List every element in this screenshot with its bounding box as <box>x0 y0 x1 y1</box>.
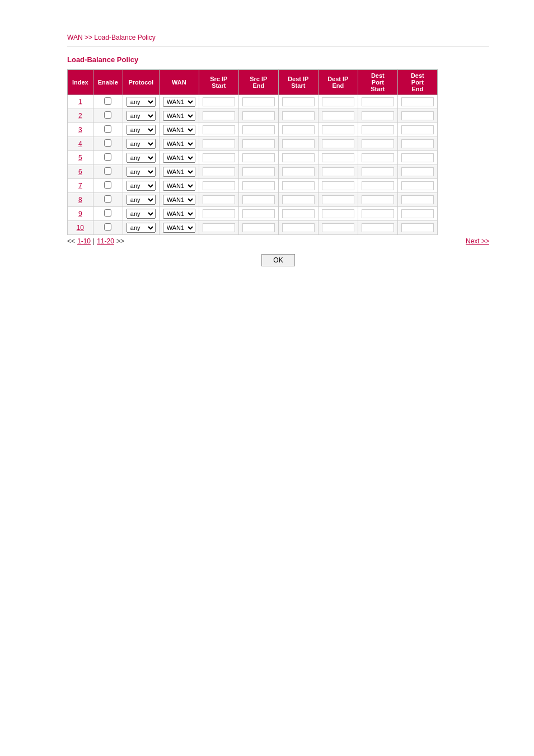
row-10-src-ip-end-input[interactable] <box>242 223 275 232</box>
row-6-wan-select[interactable]: WAN1WAN2 <box>163 167 195 177</box>
row-9-wan-select[interactable]: WAN1WAN2 <box>163 209 195 219</box>
row-9-enable-checkbox[interactable] <box>104 209 111 217</box>
row-9-src-ip-end-input[interactable] <box>242 209 275 218</box>
row-2-dest-ip-start-input[interactable] <box>282 111 315 120</box>
pagination-next-link[interactable]: Next >> <box>466 237 489 245</box>
row-1-src-ip-start-input[interactable] <box>203 97 235 106</box>
row-8-protocol-select[interactable]: anytcpudpicmp <box>127 195 156 205</box>
row-2-dest-port-end-input[interactable] <box>401 111 434 120</box>
row-1-enable-checkbox[interactable] <box>104 97 111 105</box>
row-9-dest-port-end-input[interactable] <box>401 209 434 218</box>
row-3-dest-port-start-input[interactable] <box>362 125 394 134</box>
row-4-dest-ip-start-input[interactable] <box>282 139 315 148</box>
row-3-src-ip-start-input[interactable] <box>203 125 235 134</box>
row-1-dest-port-start-input[interactable] <box>362 97 394 106</box>
row-6-dest-port-start-input[interactable] <box>362 167 394 176</box>
row-2-wan-select[interactable]: WAN1WAN2 <box>163 111 195 121</box>
row-8-wan-select[interactable]: WAN1WAN2 <box>163 195 195 205</box>
row-7-src-ip-start-input[interactable] <box>203 181 235 190</box>
row-7-enable-checkbox[interactable] <box>104 181 111 189</box>
row-9-src-ip-start-input[interactable] <box>203 209 235 218</box>
row-1-protocol-select[interactable]: anytcpudpicmp <box>127 97 156 107</box>
row-4-src-ip-start-input[interactable] <box>203 139 235 148</box>
row-5-wan-select[interactable]: WAN1WAN2 <box>163 153 195 163</box>
row-2-dest-port-start-input[interactable] <box>362 111 394 120</box>
row-10-protocol-select[interactable]: anytcpudpicmp <box>127 223 156 233</box>
row-2-protocol-select[interactable]: anytcpudpicmp <box>127 111 156 121</box>
row-7-dest-ip-end-input[interactable] <box>322 181 354 190</box>
row-1-dest-ip-start-input[interactable] <box>282 97 315 106</box>
row-2-enable-checkbox[interactable] <box>104 111 111 119</box>
row-6-enable-checkbox[interactable] <box>104 167 111 175</box>
row-6-dest-port-end-input[interactable] <box>401 167 434 176</box>
row-8-dest-port-end-input[interactable] <box>401 195 434 204</box>
row-7-index-link[interactable]: 7 <box>78 182 82 190</box>
row-7-dest-port-end-input[interactable] <box>401 181 434 190</box>
row-10-index-link[interactable]: 10 <box>77 224 84 232</box>
row-3-dest-ip-start-input[interactable] <box>282 125 315 134</box>
row-9-dest-port-start-input[interactable] <box>362 209 394 218</box>
row-5-src-ip-start-input[interactable] <box>203 153 235 162</box>
row-9-protocol-select[interactable]: anytcpudpicmp <box>127 209 156 219</box>
row-2-index-link[interactable]: 2 <box>78 112 82 120</box>
row-8-enable-checkbox[interactable] <box>104 195 111 203</box>
row-3-enable-checkbox[interactable] <box>104 125 111 133</box>
ok-button[interactable]: OK <box>261 254 294 266</box>
row-8-dest-ip-start-input[interactable] <box>282 195 315 204</box>
row-8-src-ip-end-input[interactable] <box>242 195 275 204</box>
row-3-dest-port-end-input[interactable] <box>401 125 434 134</box>
row-2-dest-ip-end-input[interactable] <box>322 111 354 120</box>
breadcrumb-wan-link[interactable]: WAN <box>67 34 83 41</box>
row-10-dest-ip-start-input[interactable] <box>282 223 315 232</box>
row-5-protocol-select[interactable]: anytcpudpicmp <box>127 153 156 163</box>
row-7-protocol-select[interactable]: anytcpudpicmp <box>127 181 156 191</box>
row-7-dest-port-start-input[interactable] <box>362 181 394 190</box>
row-7-src-ip-end-input[interactable] <box>242 181 275 190</box>
row-5-enable-checkbox[interactable] <box>104 153 111 161</box>
row-4-wan-select[interactable]: WAN1WAN2 <box>163 139 195 149</box>
row-10-dest-port-end-input[interactable] <box>401 223 434 232</box>
row-7-dest-ip-start-input[interactable] <box>282 181 315 190</box>
row-4-dest-port-end-input[interactable] <box>401 139 434 148</box>
row-6-src-ip-end-input[interactable] <box>242 167 275 176</box>
row-7-wan-select[interactable]: WAN1WAN2 <box>163 181 195 191</box>
row-10-src-ip-start-input[interactable] <box>203 223 235 232</box>
row-6-protocol-select[interactable]: anytcpudpicmp <box>127 167 156 177</box>
row-3-dest-ip-end-input[interactable] <box>322 125 354 134</box>
row-8-dest-port-start-input[interactable] <box>362 195 394 204</box>
row-4-index-link[interactable]: 4 <box>78 140 82 148</box>
row-4-dest-ip-end-input[interactable] <box>322 139 354 148</box>
pagination-range1-link[interactable]: 1-10 <box>77 237 91 245</box>
row-6-dest-ip-start-input[interactable] <box>282 167 315 176</box>
row-6-index-link[interactable]: 6 <box>78 168 82 176</box>
row-10-dest-port-start-input[interactable] <box>362 223 394 232</box>
row-3-wan-select[interactable]: WAN1WAN2 <box>163 125 195 135</box>
pagination-range2-link[interactable]: 11-20 <box>97 237 114 245</box>
row-6-src-ip-start-input[interactable] <box>203 167 235 176</box>
row-5-dest-ip-start-input[interactable] <box>282 153 315 162</box>
row-5-dest-port-end-input[interactable] <box>401 153 434 162</box>
row-9-dest-ip-start-input[interactable] <box>282 209 315 218</box>
row-2-src-ip-start-input[interactable] <box>203 111 235 120</box>
row-1-dest-ip-end-input[interactable] <box>322 97 354 106</box>
row-8-index-link[interactable]: 8 <box>78 196 82 204</box>
row-1-index-link[interactable]: 1 <box>78 98 82 106</box>
row-5-dest-port-start-input[interactable] <box>362 153 394 162</box>
row-4-dest-port-start-input[interactable] <box>362 139 394 148</box>
row-10-dest-ip-end-input[interactable] <box>322 223 354 232</box>
row-5-index-link[interactable]: 5 <box>78 154 82 162</box>
row-9-index-link[interactable]: 9 <box>78 210 82 218</box>
row-5-src-ip-end-input[interactable] <box>242 153 275 162</box>
row-2-src-ip-end-input[interactable] <box>242 111 275 120</box>
row-10-enable-checkbox[interactable] <box>104 223 111 231</box>
row-1-wan-select[interactable]: WAN1WAN2 <box>163 97 195 107</box>
row-8-dest-ip-end-input[interactable] <box>322 195 354 204</box>
row-3-protocol-select[interactable]: anytcpudpicmp <box>127 125 156 135</box>
row-6-dest-ip-end-input[interactable] <box>322 167 354 176</box>
row-1-src-ip-end-input[interactable] <box>242 97 275 106</box>
row-4-protocol-select[interactable]: anytcpudpicmp <box>127 139 156 149</box>
row-8-src-ip-start-input[interactable] <box>203 195 235 204</box>
row-9-dest-ip-end-input[interactable] <box>322 209 354 218</box>
row-4-enable-checkbox[interactable] <box>104 139 111 147</box>
row-10-wan-select[interactable]: WAN1WAN2 <box>163 223 195 233</box>
